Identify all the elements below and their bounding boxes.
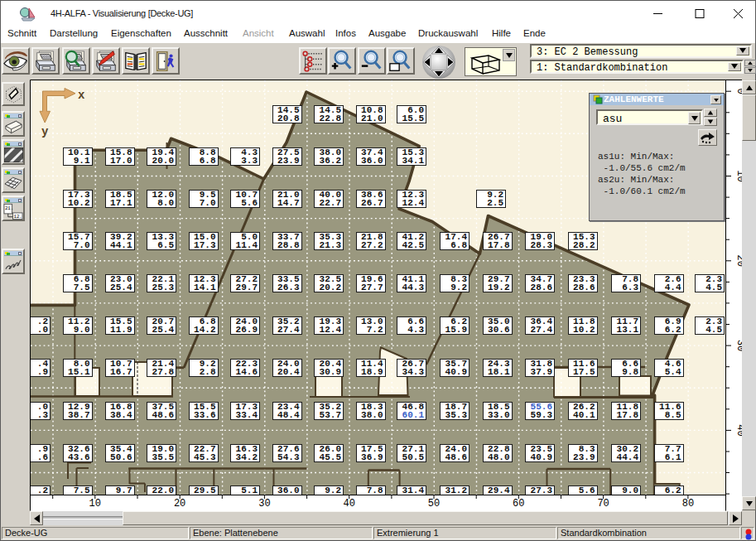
svg-text:40: 40	[734, 424, 742, 436]
svg-text:10: 10	[89, 498, 101, 510]
svg-text:20: 20	[174, 498, 185, 510]
svg-text:21.: 21.	[5, 205, 13, 211]
svg-text:50: 50	[428, 498, 440, 510]
svg-text:30: 30	[258, 498, 270, 510]
svg-text:12.: 12.	[13, 214, 22, 220]
svg-text:10: 10	[734, 170, 742, 181]
svg-text:30: 30	[734, 340, 742, 351]
svg-text:70: 70	[597, 498, 609, 510]
svg-text:x: x	[78, 89, 85, 102]
svg-text:60: 60	[513, 498, 524, 510]
svg-text:y: y	[41, 125, 49, 138]
svg-text:40: 40	[343, 498, 354, 510]
svg-text:0: 0	[734, 89, 742, 94]
svg-text:80: 80	[682, 498, 694, 510]
svg-text:20: 20	[734, 255, 742, 267]
